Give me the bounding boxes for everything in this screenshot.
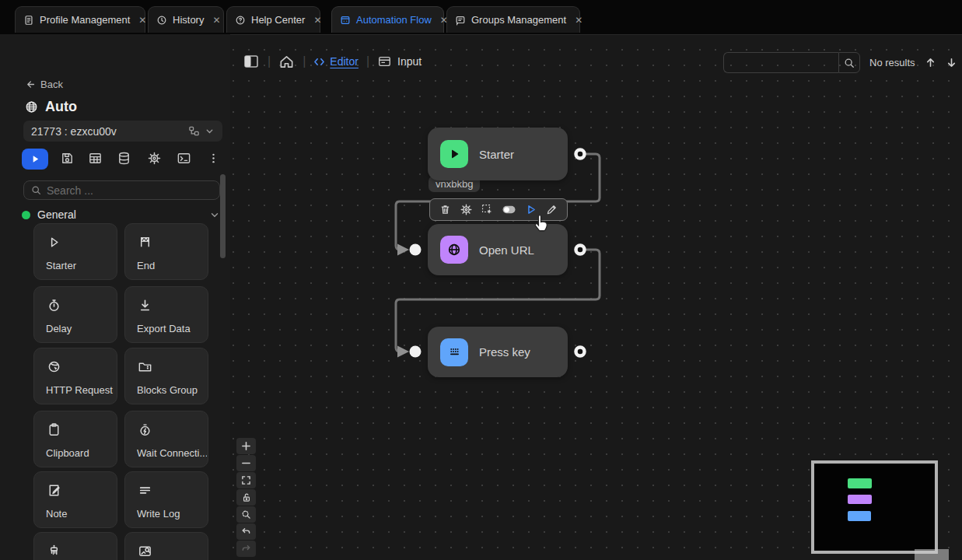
code-icon [313,57,325,67]
delete-trash-icon[interactable] [439,203,452,216]
blocks-search-input[interactable] [47,184,212,197]
divider: | [366,54,369,68]
divider: | [268,54,271,68]
zoom-controls [236,438,256,557]
workflow-title-text: Auto [45,99,77,115]
block-card-wait-connections[interactable]: Wait Connecti... [124,411,208,467]
chevron-down-icon [205,126,215,136]
find-next-button[interactable] [946,57,957,68]
fit-view-icon [241,475,251,485]
block-card-export-data[interactable]: Export Data [124,286,208,343]
open-url-node-icon [440,236,468,264]
search-icon [844,58,855,68]
log-lines-icon [137,482,153,499]
starter-node-icon [440,140,468,168]
mouse-cursor [531,213,548,233]
block-label: Note [46,508,116,520]
chevron-down-icon [209,209,220,220]
save-button[interactable] [60,151,75,169]
tab-automation-flow[interactable]: Automation Flow ✕ [331,6,444,33]
undo-button[interactable] [236,523,256,540]
block-card-note[interactable]: Note [33,471,117,528]
find-previous-button[interactable] [925,57,936,68]
block-label: Clipboard [46,447,116,459]
folder-icon [137,359,153,375]
select-block-icon[interactable] [481,203,494,216]
workflow-title: Auto [24,99,77,115]
automation-flow-app: Profile Management ✕ History ✕ Help Cent… [0,0,962,560]
block-label: Wait Connecti... [137,447,207,459]
sidebar-scrollbar[interactable] [220,174,226,258]
close-icon[interactable]: ✕ [138,15,146,26]
block-card-end[interactable]: End [124,223,208,280]
zoom-lens-icon [241,509,251,520]
find-search-button[interactable] [838,52,860,73]
minimap-viewport[interactable] [915,549,949,560]
tab-profile-management[interactable]: Profile Management ✕ [15,6,145,33]
block-card-clipboard[interactable]: Clipboard [33,411,117,467]
back-button[interactable]: Back [25,79,63,90]
terminal-icon [177,151,191,166]
minimap[interactable] [811,460,938,554]
tab-help-center[interactable]: Help Center ✕ [226,6,320,33]
workflow-select[interactable]: 21773 : ezxcu00v [23,121,222,142]
settings-button[interactable] [147,151,162,169]
image-search-icon [137,543,153,559]
close-icon[interactable]: ✕ [212,15,220,26]
table-icon [88,151,103,166]
zoom-lens-button[interactable] [236,506,256,523]
zoom-out-button[interactable] [236,455,256,471]
blocks-search[interactable] [23,180,220,200]
block-label: HTTP Request [46,384,116,396]
tab-groups-management[interactable]: Groups Management ✕ [446,6,580,33]
search-icon [31,185,41,195]
grid-flow-icon [188,125,200,137]
block-card-clear-memory[interactable]: Clear Memory [33,532,117,560]
keyboard-icon [446,344,463,360]
tab-history[interactable]: History ✕ [148,6,224,33]
block-card-blocks-group[interactable]: Blocks Group [124,348,208,404]
globe-icon [24,100,39,114]
minimap-node-starter [848,478,872,488]
node-starter[interactable]: Starter [428,128,568,180]
table-button[interactable] [88,151,103,169]
close-icon[interactable]: ✕ [575,15,582,26]
clipboard-icon [46,422,62,438]
block-card-starter[interactable]: Starter [33,223,117,280]
plus-icon [241,441,251,451]
press-key-node-icon [440,338,468,366]
home-icon[interactable] [278,54,295,70]
zoom-in-button[interactable] [236,438,256,454]
fit-view-button[interactable] [236,472,256,488]
block-card-delay[interactable]: Delay [33,286,117,343]
canvas-toolbar: | | Editor | Input [243,53,422,70]
block-label: Delay [46,323,116,334]
node-press-key[interactable]: Press key [428,327,568,377]
storage-button[interactable] [117,151,131,169]
stopwatch-bolt-icon [137,422,153,438]
lock-canvas-button[interactable] [236,489,256,506]
find-input[interactable] [723,52,838,73]
download-icon [137,297,153,313]
history-icon [156,15,167,26]
settings-gear-icon[interactable] [460,203,473,216]
close-icon[interactable]: ✕ [313,15,321,26]
category-general[interactable]: General [22,207,220,222]
redo-button[interactable] [236,541,256,557]
run-workflow-button[interactable] [22,149,48,170]
minimap-node-open-url [848,495,872,504]
node-label: Press key [479,345,530,359]
editor-tab-link[interactable]: Editor [330,55,359,68]
block-card-http-request[interactable]: HTTP Request [33,348,117,404]
input-tab-link[interactable]: Input [397,55,422,68]
more-menu-button[interactable] [207,151,220,169]
sidebar-toggle-icon[interactable] [243,53,260,70]
tab-label: Automation Flow [356,14,432,26]
block-card-image-search[interactable]: Image Search [124,532,208,560]
globe-icon [46,359,62,375]
blocks-sidebar: Back Auto 21773 : ezxcu00v [0,34,230,560]
back-label: Back [40,79,63,90]
logs-button[interactable] [177,151,191,169]
enable-toggle-icon[interactable] [502,204,516,215]
block-card-write-log[interactable]: Write Log [124,471,208,528]
